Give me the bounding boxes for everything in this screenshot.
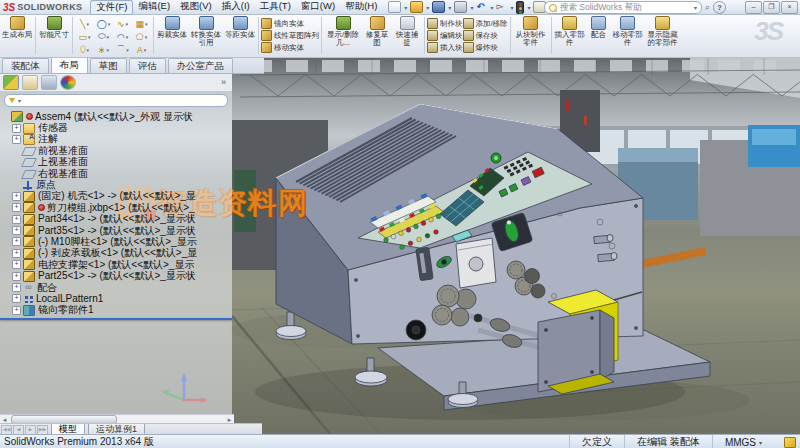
- tree-item-17[interactable]: +镜向零部件1: [0, 305, 232, 316]
- expand-toggle[interactable]: +: [12, 215, 21, 224]
- tab-布局[interactable]: 布局: [51, 56, 88, 73]
- tree-item-10[interactable]: +Part35<1> -> (默认<<默认>_显示状: [0, 225, 232, 236]
- dropdown-caret[interactable]: ▾: [88, 34, 91, 40]
- appearances-icon[interactable]: [60, 75, 76, 90]
- new-icon[interactable]: [388, 1, 401, 13]
- expand-toggle[interactable]: +: [12, 135, 21, 144]
- ribbon-button-配合[interactable]: 配合: [587, 15, 611, 39]
- menu-item-5[interactable]: 窗口(W): [296, 0, 340, 15]
- tree-item-3[interactable]: 前视基准面: [0, 145, 232, 156]
- dropdown-caret[interactable]: ▾: [145, 21, 148, 27]
- ribbon-button-保存块[interactable]: 保存块: [463, 30, 508, 41]
- tree-item-13[interactable]: +电控支撑架<1> (默认<<默认>_显示: [0, 259, 232, 270]
- ribbon-button-剪裁实体[interactable]: 剪裁实体: [157, 15, 187, 39]
- tree-item-0[interactable]: Assem4 (默认<<默认>_外观 显示状: [0, 111, 232, 122]
- tab-装配体[interactable]: 装配体: [2, 58, 49, 73]
- tree-item-7[interactable]: +(固定) 机壳<1> -> (默认<<默认>_显: [0, 191, 232, 202]
- line-icon[interactable]: ╲▾: [75, 17, 94, 30]
- expand-toggle[interactable]: +: [12, 124, 21, 133]
- close-button[interactable]: ×: [781, 1, 798, 14]
- dropdown-caret[interactable]: ▾: [145, 34, 148, 40]
- point-icon[interactable]: ∗▾: [94, 43, 113, 56]
- tree-item-4[interactable]: 上视基准面: [0, 157, 232, 168]
- dropdown-caret[interactable]: ▾: [126, 34, 129, 40]
- undo-icon[interactable]: ↶: [476, 2, 487, 12]
- save-icon[interactable]: [432, 1, 445, 13]
- menu-item-2[interactable]: 视图(V): [175, 0, 217, 15]
- expand-toggle[interactable]: +: [12, 283, 21, 292]
- print-icon[interactable]: [454, 1, 467, 13]
- dropdown-caret[interactable]: ▾: [126, 47, 129, 53]
- expand-toggle[interactable]: +: [12, 192, 21, 201]
- expand-toggle[interactable]: +: [12, 294, 21, 303]
- tab-办公室产品[interactable]: 办公室产品: [168, 58, 234, 73]
- dropdown-caret[interactable]: ▾: [107, 47, 110, 53]
- rebuild-traffic-light-icon[interactable]: [516, 1, 524, 14]
- open-icon[interactable]: [410, 1, 423, 13]
- ribbon-button-线性草图阵列[interactable]: 线性草图阵列: [261, 30, 319, 41]
- tab-nav-prev[interactable]: ◀: [13, 425, 24, 435]
- slot-icon[interactable]: ⬯▾: [75, 43, 94, 56]
- sketch-picture-icon[interactable]: ▦▾: [132, 17, 151, 30]
- configurationmanager-icon[interactable]: [41, 75, 57, 90]
- filter-caret[interactable]: ▾: [18, 97, 21, 104]
- menu-item-1[interactable]: 编辑(E): [133, 0, 175, 15]
- expand-toggle[interactable]: +: [12, 249, 21, 258]
- expand-toggle[interactable]: +: [12, 237, 21, 246]
- expand-toggle[interactable]: +: [12, 226, 21, 235]
- tree-item-2[interactable]: +注解: [0, 134, 232, 145]
- dropdown-caret[interactable]: ▾: [426, 4, 429, 11]
- dropdown-caret[interactable]: ▾: [86, 21, 89, 27]
- restore-button[interactable]: ❐: [763, 1, 780, 14]
- panel-chevron[interactable]: »: [221, 77, 226, 87]
- search-dropdown-caret[interactable]: ▾: [694, 4, 697, 11]
- tree-item-9[interactable]: +Part34<1> -> (默认<<默认>_显示状: [0, 214, 232, 225]
- ribbon-button-智能尺寸[interactable]: 智能尺寸: [39, 15, 69, 39]
- expand-toggle[interactable]: +: [12, 306, 21, 315]
- status-item-2[interactable]: MMGS▾: [712, 435, 774, 448]
- menu-item-4[interactable]: 工具(T): [255, 0, 296, 15]
- fillet-icon[interactable]: ⌒▾: [113, 43, 132, 56]
- tab-草图[interactable]: 草图: [90, 58, 127, 73]
- ribbon-button-转换实体引用[interactable]: 转换实体引用: [189, 15, 223, 47]
- tree-item-5[interactable]: 右视基准面: [0, 168, 232, 179]
- expand-toggle[interactable]: +: [12, 260, 21, 269]
- ribbon-button-插入零部件[interactable]: 插入零部件: [555, 15, 585, 47]
- menu-item-6[interactable]: 帮助(H): [340, 0, 382, 15]
- ribbon-button-显示/删除几...[interactable]: 显示/删除几...: [325, 15, 361, 47]
- ribbon-button-移动零部件[interactable]: 移动零部件: [613, 15, 643, 47]
- dropdown-caret[interactable]: ▾: [107, 34, 110, 40]
- ellipse-icon[interactable]: ⬭▾: [94, 30, 113, 43]
- scroll-right-arrow[interactable]: ►: [225, 417, 234, 423]
- rectangle-icon[interactable]: ▭▾: [75, 30, 94, 43]
- tree-filter-input[interactable]: ▾: [4, 94, 228, 107]
- ribbon-button-从块制作零件[interactable]: 从块制作零件: [514, 15, 548, 47]
- ribbon-button-镜向实体[interactable]: 镜向实体: [261, 18, 319, 29]
- expand-toggle[interactable]: +: [12, 203, 21, 212]
- dropdown-caret[interactable]: ▾: [490, 4, 493, 11]
- tab-评估[interactable]: 评估: [129, 58, 166, 73]
- scroll-left-arrow[interactable]: ◄: [0, 417, 9, 423]
- tab-nav-first[interactable]: ◀◀: [1, 425, 12, 435]
- circle-icon[interactable]: ◯▾: [94, 17, 113, 30]
- tree-item-6[interactable]: 原点: [0, 179, 232, 190]
- spline-icon[interactable]: ∿▾: [113, 17, 132, 30]
- tab-nav-next[interactable]: ▶: [25, 425, 36, 435]
- dropdown-caret[interactable]: ▾: [108, 21, 111, 27]
- ribbon-button-制作块[interactable]: 制作块: [427, 18, 463, 29]
- ribbon-button-等距实体[interactable]: 等距实体: [225, 15, 255, 39]
- tree-item-16[interactable]: +LocalLPattern1: [0, 293, 232, 304]
- text-icon[interactable]: A▾: [132, 43, 151, 56]
- arc-icon[interactable]: ◠▾: [113, 30, 132, 43]
- polygon-icon[interactable]: ⬠▾: [132, 30, 151, 43]
- dropdown-caret[interactable]: ▾: [144, 47, 147, 53]
- tree-item-11[interactable]: +(-) M10脚柱<1> (默认<<默认>_显示: [0, 236, 232, 247]
- ribbon-button-显示隐藏的零部件[interactable]: 显示隐藏的零部件: [645, 15, 681, 47]
- menu-item-3[interactable]: 插入(I): [217, 0, 255, 15]
- ribbon-button-插入块[interactable]: 插入块: [427, 42, 463, 53]
- tree-item-15[interactable]: +∞配合: [0, 282, 232, 293]
- propertymanager-icon[interactable]: [22, 75, 38, 90]
- dropdown-caret[interactable]: ▾: [527, 4, 530, 11]
- ribbon-button-移动实体[interactable]: 移动实体: [261, 42, 319, 53]
- panel-splitter[interactable]: [0, 318, 232, 320]
